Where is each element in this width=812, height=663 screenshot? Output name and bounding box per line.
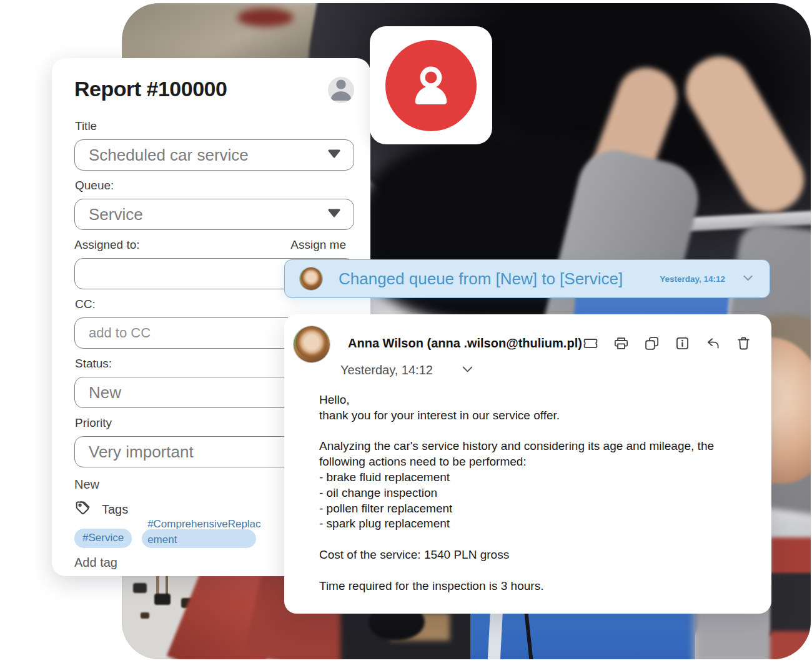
photo-shape xyxy=(770,537,811,578)
tags-icon xyxy=(74,499,92,519)
chevron-down-icon xyxy=(327,208,341,221)
priority-select-value: Very important xyxy=(89,442,194,462)
title-select[interactable]: Scheduled car service xyxy=(74,139,354,171)
cc-field-label: CC: xyxy=(75,297,354,311)
email-sender: Anna Wilson (anna .wilson@thulium.pl) xyxy=(348,336,582,351)
email-body-blank xyxy=(319,532,736,547)
email-body-line: Hello, xyxy=(319,392,736,408)
assigned-field-label: Assigned to: xyxy=(74,238,140,252)
print-icon[interactable] xyxy=(613,335,630,352)
email-body-blank xyxy=(319,563,736,579)
title-field-label: Title xyxy=(75,119,354,133)
email-card: Anna Wilson (anna .wilson@thulium.pl) xyxy=(284,314,771,614)
chevron-down-icon xyxy=(327,149,341,161)
person-icon xyxy=(385,40,477,131)
queue-select[interactable]: Service xyxy=(74,199,354,230)
event-message: Changed queue from [New] to [Service] xyxy=(339,269,623,289)
user-avatar[interactable] xyxy=(328,77,354,103)
email-body-line: thank you for your interest in our servi… xyxy=(319,408,736,424)
add-tag-link[interactable]: Add tag xyxy=(74,556,117,570)
status-select-value: New xyxy=(89,383,121,402)
email-body-blank xyxy=(319,424,736,439)
email-body-line: - oil change inspection xyxy=(319,486,736,501)
photo-shape xyxy=(770,573,811,636)
tags-label: Tags xyxy=(102,502,128,517)
title-select-value: Scheduled car service xyxy=(89,146,249,165)
queue-field-label: Queue: xyxy=(75,179,354,192)
contact-avatar-card[interactable] xyxy=(370,26,492,144)
tag-service[interactable]: #Service xyxy=(74,529,132,548)
photo-shape xyxy=(133,583,147,593)
page: Report #100000 Title Scheduled car servi… xyxy=(0,0,812,663)
email-body-line: - spark plug replacement xyxy=(319,516,736,532)
email-body-line: - brake fluid replacement xyxy=(319,470,736,486)
email-body-line: Analyzing the car's service history and … xyxy=(319,439,736,470)
person-silhouette-icon xyxy=(328,77,354,103)
report-title: Report #100000 xyxy=(74,77,227,101)
email-body-line: Cost of the service: 1540 PLN gross xyxy=(319,547,736,563)
email-body-line: Time required for the inspection is 3 ho… xyxy=(319,579,736,594)
ticket-icon[interactable] xyxy=(582,335,599,352)
avatar xyxy=(300,267,322,290)
photo-shape xyxy=(141,612,149,619)
email-timestamp: Yesterday, 14:12 xyxy=(340,363,433,377)
queue-select-value: Service xyxy=(89,205,143,224)
info-icon[interactable] xyxy=(674,335,691,352)
chevron-down-icon[interactable] xyxy=(460,362,475,379)
email-toolbar xyxy=(582,335,752,352)
photo-shape xyxy=(237,8,294,27)
trash-icon[interactable] xyxy=(735,335,752,352)
assign-me-link[interactable]: Assign me xyxy=(290,238,354,252)
chevron-down-icon[interactable] xyxy=(741,271,755,287)
event-timestamp: Yesterday, 14:12 xyxy=(660,274,725,284)
avatar xyxy=(294,326,330,362)
email-body-line: - pollen filter replacement xyxy=(319,501,736,517)
copy-icon[interactable] xyxy=(643,335,660,352)
email-body: Hello,thank you for your interest in our… xyxy=(319,392,736,594)
queue-change-event[interactable]: Changed queue from [New] to [Service] Ye… xyxy=(284,259,770,298)
photo-shape xyxy=(154,594,171,605)
tag-comprehensive-replacement[interactable]: #ComprehensiveReplacement xyxy=(142,529,256,548)
photo-shape xyxy=(770,631,811,659)
reply-icon[interactable] xyxy=(705,335,721,352)
